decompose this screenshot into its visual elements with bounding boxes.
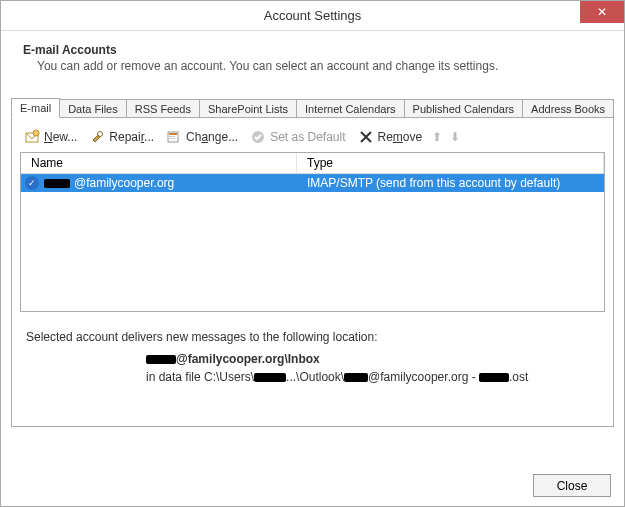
- svg-point-2: [98, 132, 103, 137]
- svg-rect-6: [169, 138, 175, 139]
- redacted-text: [344, 373, 368, 382]
- move-up-button: ⬆: [432, 130, 442, 144]
- accounts-list[interactable]: Name Type ✓ @familycooper.org IMAP/SMTP …: [20, 152, 605, 312]
- default-account-icon: ✓: [25, 176, 39, 190]
- change-account-button[interactable]: Change...: [164, 128, 240, 146]
- tab-data-files[interactable]: Data Files: [59, 99, 127, 117]
- new-icon: [24, 129, 40, 145]
- column-name[interactable]: Name: [21, 153, 297, 173]
- account-row[interactable]: ✓ @familycooper.org IMAP/SMTP (send from…: [21, 174, 604, 192]
- window-title: Account Settings: [1, 8, 624, 23]
- header-subtitle: You can add or remove an account. You ca…: [23, 59, 602, 73]
- delivery-location: @familycooper.org\Inbox: [26, 352, 599, 366]
- tab-sharepoint-lists[interactable]: SharePoint Lists: [199, 99, 297, 117]
- column-type[interactable]: Type: [297, 153, 604, 173]
- close-icon: ✕: [597, 5, 607, 19]
- header-title: E-mail Accounts: [23, 43, 602, 57]
- redacted-text: [44, 179, 70, 188]
- move-down-button: ⬇: [450, 130, 460, 144]
- remove-account-button[interactable]: Remove: [356, 128, 425, 146]
- account-name-cell: ✓ @familycooper.org: [21, 176, 297, 190]
- new-account-button[interactable]: New...: [22, 128, 79, 146]
- remove-icon: [358, 129, 374, 145]
- tab-internet-calendars[interactable]: Internet Calendars: [296, 99, 405, 117]
- tab-strip: E-mail Data Files RSS Feeds SharePoint L…: [11, 95, 614, 117]
- svg-rect-5: [169, 136, 175, 137]
- close-button[interactable]: Close: [533, 474, 611, 497]
- list-header: Name Type: [21, 153, 604, 174]
- svg-point-1: [33, 130, 39, 136]
- delivery-path: in data file C:\Users\...\Outlook\@famil…: [26, 370, 599, 384]
- redacted-text: [479, 373, 509, 382]
- repair-account-button[interactable]: Repair...: [87, 128, 156, 146]
- title-bar: Account Settings ✕: [1, 1, 624, 31]
- account-type-cell: IMAP/SMTP (send from this account by def…: [297, 176, 604, 190]
- tab-rss-feeds[interactable]: RSS Feeds: [126, 99, 200, 117]
- redacted-text: [254, 373, 286, 382]
- dialog-header: E-mail Accounts You can add or remove an…: [1, 31, 624, 81]
- delivery-intro: Selected account delivers new messages t…: [26, 330, 599, 344]
- tab-published-calendars[interactable]: Published Calendars: [404, 99, 524, 117]
- set-default-button: Set as Default: [248, 128, 347, 146]
- account-name-suffix: @familycooper.org: [74, 176, 174, 190]
- window-close-button[interactable]: ✕: [580, 1, 624, 23]
- tab-address-books[interactable]: Address Books: [522, 99, 614, 117]
- tab-email[interactable]: E-mail: [11, 98, 60, 118]
- accounts-toolbar: New... Repair... Change... Set as Defaul…: [20, 126, 605, 152]
- change-icon: [166, 129, 182, 145]
- redacted-text: [146, 355, 176, 364]
- repair-icon: [89, 129, 105, 145]
- default-icon: [250, 129, 266, 145]
- svg-rect-4: [169, 133, 177, 135]
- delivery-info: Selected account delivers new messages t…: [20, 330, 605, 384]
- dialog-buttons: Close: [533, 474, 611, 497]
- tab-panel-email: New... Repair... Change... Set as Defaul…: [11, 117, 614, 427]
